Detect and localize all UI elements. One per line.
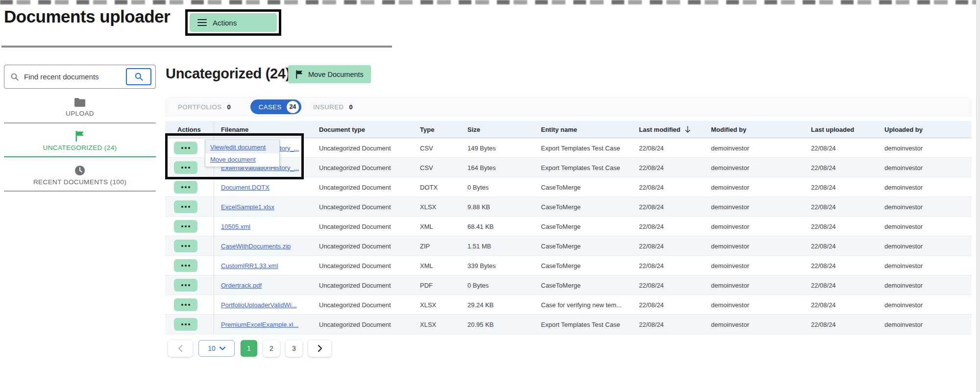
- column-header-last-modified[interactable]: Last modified: [632, 126, 704, 133]
- cell-uploaded-by: demoinvestor: [878, 164, 972, 172]
- cell-size: 0 Bytes: [461, 184, 534, 191]
- cell-uploaded-by: demoinvestor: [878, 282, 972, 289]
- previous-page-button[interactable]: [168, 340, 193, 357]
- row-actions-button[interactable]: [174, 259, 197, 272]
- column-header-modified-by[interactable]: Modified by: [704, 126, 804, 133]
- tab-insured[interactable]: INSURED 0: [313, 103, 353, 111]
- cell-modified-by: demoinvestor: [704, 203, 804, 211]
- sidebar-divider-active: [4, 156, 156, 157]
- cell-last-modified: 22/08/24: [632, 145, 704, 152]
- cell-entity-name: CaseToMerge: [534, 262, 632, 270]
- column-header-filename[interactable]: Filename: [214, 126, 312, 133]
- filename-link[interactable]: 10505.xml: [221, 223, 250, 230]
- column-header-document-type[interactable]: Document type: [312, 126, 413, 133]
- sidebar-item-recent-documents[interactable]: RECENT DOCUMENTS (100): [4, 165, 156, 186]
- cell-document-type: Uncategorized Document: [312, 184, 413, 191]
- row-actions-button[interactable]: [174, 142, 197, 154]
- cell-actions: [165, 177, 214, 197]
- cell-type: ZIP: [413, 243, 461, 250]
- move-documents-button[interactable]: Move Documents: [288, 65, 371, 83]
- sidebar-item-uncategorized[interactable]: UNCATEGORIZED (24): [4, 131, 156, 151]
- actions-button[interactable]: Actions: [190, 13, 277, 32]
- cell-size: 29.24 KB: [461, 301, 534, 309]
- column-header-size[interactable]: Size: [461, 126, 534, 133]
- filename-link[interactable]: ExcelSample1.xlsx: [221, 203, 274, 211]
- cell-document-type: Uncategorized Document: [312, 164, 413, 172]
- row-actions-button[interactable]: [174, 318, 197, 331]
- cell-last-modified: 22/08/24: [632, 282, 704, 289]
- chevron-left-icon: [178, 345, 183, 352]
- search-icon: [10, 73, 19, 81]
- page-button-1[interactable]: 1: [241, 340, 257, 357]
- filename-link[interactable]: CaseWithDocuments.zip: [221, 243, 291, 250]
- cell-uploaded-by: demoinvestor: [878, 203, 972, 211]
- column-header-entity-name[interactable]: Entity name: [534, 126, 632, 133]
- cell-actions: [165, 315, 214, 334]
- row-actions-button[interactable]: [174, 181, 197, 194]
- row-actions-button[interactable]: [174, 161, 197, 174]
- page-button-2[interactable]: 2: [263, 340, 280, 357]
- cell-actions: [165, 217, 214, 236]
- table-row: Document.DOTX Uncategorized Document DOT…: [165, 177, 972, 197]
- cell-filename: Document.DOTX: [214, 184, 312, 191]
- table-row: ExcelSample1.xlsx Uncategorized Document…: [165, 197, 972, 217]
- row-actions-button[interactable]: [174, 240, 197, 252]
- tab-count: 0: [227, 103, 231, 111]
- sidebar-divider: [4, 191, 156, 192]
- cell-document-type: Uncategorized Document: [312, 223, 413, 230]
- sidebar-item-label: RECENT DOCUMENTS (100): [33, 178, 126, 186]
- recent-documents-search: [4, 65, 156, 89]
- page-button-3[interactable]: 3: [286, 340, 302, 357]
- row-actions-button[interactable]: [174, 220, 197, 233]
- column-header-actions[interactable]: Actions: [165, 121, 214, 138]
- tab-count: 0: [349, 103, 353, 111]
- tab-portfolios[interactable]: PORTFOLIOS 0: [178, 103, 231, 111]
- cell-entity-name: CaseToMerge: [534, 243, 632, 250]
- documents-uploader-screen: Documents uploader Actions UPLOAD UNCATE…: [0, 0, 980, 392]
- vertical-scrollbar[interactable]: [976, 0, 980, 392]
- sort-descending-icon: [685, 126, 691, 133]
- cell-actions: [165, 256, 214, 275]
- tab-label: CASES: [259, 103, 282, 111]
- search-submit-button[interactable]: [126, 68, 151, 85]
- tab-count-badge: 24: [287, 101, 299, 113]
- column-header-last-uploaded[interactable]: Last uploaded: [804, 126, 878, 133]
- row-actions-button[interactable]: [174, 200, 197, 213]
- cell-last-uploaded: 22/08/24: [804, 282, 878, 289]
- entity-tabs: PORTFOLIOS 0 CASES 24 INSURED 0: [165, 98, 972, 116]
- cell-actions: [165, 295, 214, 315]
- cell-entity-name: CaseToMerge: [534, 184, 632, 191]
- column-header-uploaded-by[interactable]: Uploaded by: [878, 126, 972, 133]
- filename-link[interactable]: PortfolioUploaderValidWi...: [221, 301, 296, 309]
- cell-uploaded-by: demoinvestor: [878, 223, 972, 230]
- column-header-type[interactable]: Type: [413, 126, 461, 133]
- cell-modified-by: demoinvestor: [704, 145, 804, 152]
- cell-document-type: Uncategorized Document: [312, 301, 413, 309]
- filename-link[interactable]: PremiumExcelExample.xl...: [221, 321, 298, 328]
- clock-icon: [74, 165, 85, 176]
- row-actions-button[interactable]: [174, 298, 197, 311]
- filename-link[interactable]: Document.DOTX: [221, 184, 270, 191]
- context-menu-item-move[interactable]: Move document: [205, 153, 279, 166]
- cell-document-type: Uncategorized Document: [312, 243, 413, 250]
- menu-icon: [197, 19, 207, 26]
- actions-button-label: Actions: [213, 19, 237, 27]
- context-menu-item-view-edit[interactable]: View/edit document: [205, 141, 279, 153]
- tab-cases[interactable]: CASES 24: [250, 99, 301, 114]
- filename-link[interactable]: Ordertrack.pdf: [221, 282, 262, 289]
- next-page-button[interactable]: [308, 340, 331, 357]
- sidebar-item-upload[interactable]: UPLOAD: [4, 98, 156, 117]
- cell-size: 1.51 MB: [461, 243, 534, 250]
- cell-filename: CaseWithDocuments.zip: [214, 243, 312, 250]
- cell-type: XLSX: [413, 203, 461, 211]
- filename-link[interactable]: CustomIRR1.33.xml: [221, 262, 278, 270]
- page-size-select[interactable]: 10: [198, 340, 235, 357]
- cell-uploaded-by: demoinvestor: [878, 184, 972, 191]
- cell-last-modified: 22/08/24: [632, 184, 704, 191]
- search-input[interactable]: [24, 73, 126, 81]
- cell-uploaded-by: demoinvestor: [878, 262, 972, 270]
- row-actions-button[interactable]: [174, 279, 197, 292]
- cell-last-modified: 22/08/24: [632, 223, 704, 230]
- cell-entity-name: Case for verifying new tem...: [534, 301, 632, 309]
- tab-label: INSURED: [313, 103, 344, 111]
